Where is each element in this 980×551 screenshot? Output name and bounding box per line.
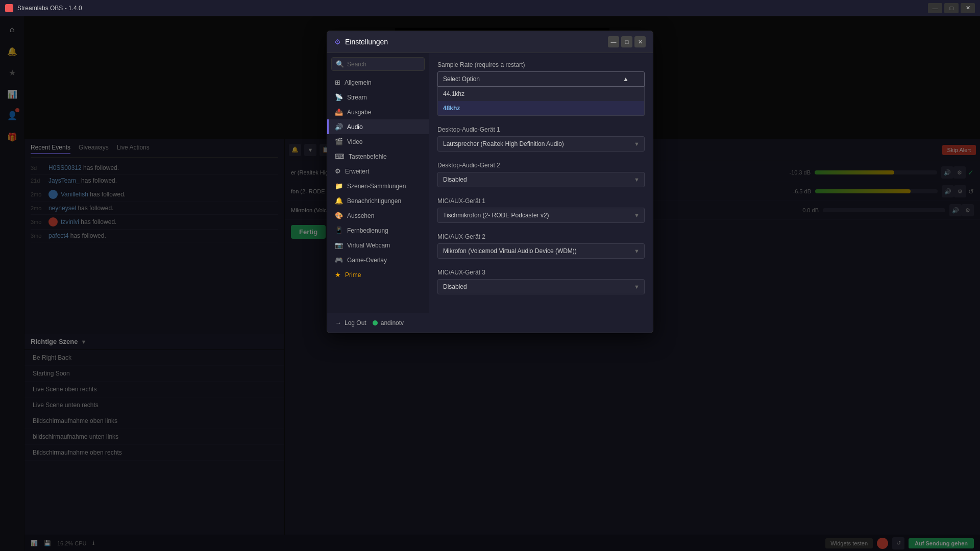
dropdown-chevron-up-icon: ▲ (623, 76, 629, 83)
settings-nav-label: Virtual Webcam (347, 242, 390, 249)
settings-nav-label: Benachrichtigungen (347, 197, 401, 205)
virtual-webcam-icon: 📷 (335, 241, 343, 249)
settings-nav-aussehen[interactable]: 🎨 Aussehen (327, 208, 429, 223)
modal-header: ⚙ Einstellungen — □ ✕ (327, 31, 653, 53)
sample-rate-label: Sample Rate (requires a restart) (437, 61, 645, 68)
logout-button[interactable]: → Log Out (335, 319, 366, 327)
mic-aux3-label: MIC/AUX-Gerät 3 (437, 269, 645, 276)
aussehen-icon: 🎨 (335, 212, 343, 219)
settings-nav-label: Szenen-Sammlungen (347, 183, 406, 190)
app-icon (5, 4, 13, 12)
mic-aux1-label: MIC/AUX-Gerät 1 (437, 197, 645, 205)
window-controls: — □ ✕ (928, 3, 975, 13)
desktop-audio1-label: Desktop-Audio-Gerät 1 (437, 126, 645, 133)
dropdown-options-list: 44.1khz 48khz (437, 87, 645, 116)
stream-icon: 📡 (335, 93, 343, 101)
online-status-dot (373, 320, 378, 325)
logout-icon: → (335, 319, 341, 327)
modal-title: Einstellungen (345, 38, 388, 46)
settings-search-container: 🔍 (331, 57, 425, 71)
settings-nav-video[interactable]: 🎬 Video (327, 134, 429, 149)
maximize-button[interactable]: □ (944, 3, 959, 13)
settings-nav-tastenbefehle[interactable]: ⌨ Tastenbefehle (327, 149, 429, 164)
dropdown-option-44khz[interactable]: 44.1khz (438, 87, 644, 101)
sample-rate-dropdown-header[interactable]: Select Option ▲ (437, 71, 645, 87)
settings-nav-erweitert[interactable]: ⚙ Erweitert (327, 164, 429, 179)
settings-nav-audio[interactable]: 🔊 Audio (327, 119, 429, 134)
settings-nav-ausgabe[interactable]: 📤 Ausgabe (327, 105, 429, 119)
prime-icon: ★ (335, 271, 341, 279)
desktop-audio2-section: Desktop-Audio-Gerät 2 Disabled ▼ (437, 162, 645, 187)
dropdown-option-48khz[interactable]: 48khz (438, 101, 644, 115)
desktop-audio1-select[interactable]: Lautsprecher (Realtek High Definition Au… (437, 136, 645, 152)
settings-nav-label: Ausgabe (347, 109, 371, 116)
title-bar: Streamlabs OBS - 1.4.0 — □ ✕ (0, 0, 980, 16)
settings-nav-label: Aussehen (347, 212, 374, 219)
minimize-button[interactable]: — (928, 3, 942, 13)
username-label: andinotv (381, 319, 404, 327)
allgemein-icon: ⊞ (335, 79, 340, 86)
modal-controls: — □ ✕ (608, 36, 646, 47)
settings-nav-label: Fernbedienung (347, 227, 388, 234)
footer-user: andinotv (373, 319, 404, 327)
modal-footer: → Log Out andinotv (327, 313, 653, 333)
fernbedienung-icon: 📱 (335, 227, 343, 234)
dropdown-selected-label: Select Option (443, 76, 480, 83)
ausgabe-icon: 📤 (335, 108, 343, 116)
modal-body: 🔍 ⊞ Allgemein 📡 Stream 📤 Ausgabe 🔊 (327, 53, 653, 313)
mic-aux1-select[interactable]: Tischmikrofon (2- RODE Podcaster v2) (437, 208, 645, 223)
settings-nav-label: Erweitert (345, 168, 369, 175)
search-icon: 🔍 (336, 60, 344, 68)
mic-aux1-dropdown: Tischmikrofon (2- RODE Podcaster v2) ▼ (437, 208, 645, 223)
video-icon: 🎬 (335, 138, 343, 145)
settings-nav-stream[interactable]: 📡 Stream (327, 90, 429, 105)
modal-overlay: ⚙ Einstellungen — □ ✕ 🔍 ⊞ Allgemein (0, 0, 980, 551)
settings-sidebar: 🔍 ⊞ Allgemein 📡 Stream 📤 Ausgabe 🔊 (327, 53, 429, 313)
mic-aux1-section: MIC/AUX-Gerät 1 Tischmikrofon (2- RODE P… (437, 197, 645, 223)
settings-nav-virtual-webcam[interactable]: 📷 Virtual Webcam (327, 238, 429, 253)
mic-aux2-dropdown: Mikrofon (Voicemod Virtual Audio Device … (437, 243, 645, 259)
desktop-audio2-select[interactable]: Disabled (437, 172, 645, 187)
settings-nav-label: Audio (347, 123, 363, 131)
desktop-audio2-label: Desktop-Audio-Gerät 2 (437, 162, 645, 169)
settings-nav-label: Stream (347, 94, 367, 101)
benachrichtigungen-icon: 🔔 (335, 197, 343, 205)
settings-nav-szenen[interactable]: 📁 Szenen-Sammlungen (327, 179, 429, 193)
sample-rate-section: Sample Rate (requires a restart) Select … (437, 61, 645, 116)
audio-icon: 🔊 (335, 123, 343, 131)
settings-modal: ⚙ Einstellungen — □ ✕ 🔍 ⊞ Allgemein (327, 31, 653, 333)
settings-nav-game-overlay[interactable]: 🎮 Game-Overlay (327, 253, 429, 267)
app-title: Streamlabs OBS - 1.4.0 (17, 5, 928, 12)
mic-aux2-section: MIC/AUX-Gerät 2 Mikrofon (Voicemod Virtu… (437, 233, 645, 259)
desktop-audio1-section: Desktop-Audio-Gerät 1 Lautsprecher (Real… (437, 126, 645, 152)
settings-nav-label: Video (347, 138, 362, 145)
settings-content: Sample Rate (requires a restart) Select … (429, 53, 653, 313)
tastenbefehle-icon: ⌨ (335, 153, 345, 160)
mic-aux2-select[interactable]: Mikrofon (Voicemod Virtual Audio Device … (437, 243, 645, 259)
mic-aux3-dropdown: Disabled ▼ (437, 279, 645, 294)
mic-aux3-select[interactable]: Disabled (437, 279, 645, 294)
settings-icon: ⚙ (334, 38, 341, 46)
settings-nav-fernbedienung[interactable]: 📱 Fernbedienung (327, 223, 429, 238)
desktop-audio1-dropdown: Lautsprecher (Realtek High Definition Au… (437, 136, 645, 152)
erweitert-icon: ⚙ (335, 167, 341, 175)
settings-nav-label: Allgemein (345, 79, 372, 86)
mic-aux3-section: MIC/AUX-Gerät 3 Disabled ▼ (437, 269, 645, 294)
close-button[interactable]: ✕ (961, 3, 975, 13)
settings-nav-benachrichtigungen[interactable]: 🔔 Benachrichtigungen (327, 193, 429, 208)
mic-aux2-label: MIC/AUX-Gerät 2 (437, 233, 645, 240)
settings-nav-allgemein[interactable]: ⊞ Allgemein (327, 75, 429, 90)
sample-rate-dropdown: Select Option ▲ 44.1khz 48khz (437, 71, 645, 116)
modal-minimize-button[interactable]: — (608, 36, 619, 47)
settings-nav-prime[interactable]: ★ Prime (327, 267, 429, 282)
modal-maximize-button[interactable]: □ (621, 36, 632, 47)
game-overlay-icon: 🎮 (335, 256, 343, 264)
szenen-icon: 📁 (335, 182, 343, 190)
modal-close-button[interactable]: ✕ (634, 36, 646, 47)
settings-nav-label: Game-Overlay (347, 257, 387, 264)
logout-label: Log Out (345, 319, 366, 327)
settings-nav-label: Tastenbefehle (349, 153, 387, 160)
settings-search-input[interactable] (347, 61, 424, 68)
settings-nav-label: Prime (345, 271, 361, 279)
desktop-audio2-dropdown: Disabled ▼ (437, 172, 645, 187)
